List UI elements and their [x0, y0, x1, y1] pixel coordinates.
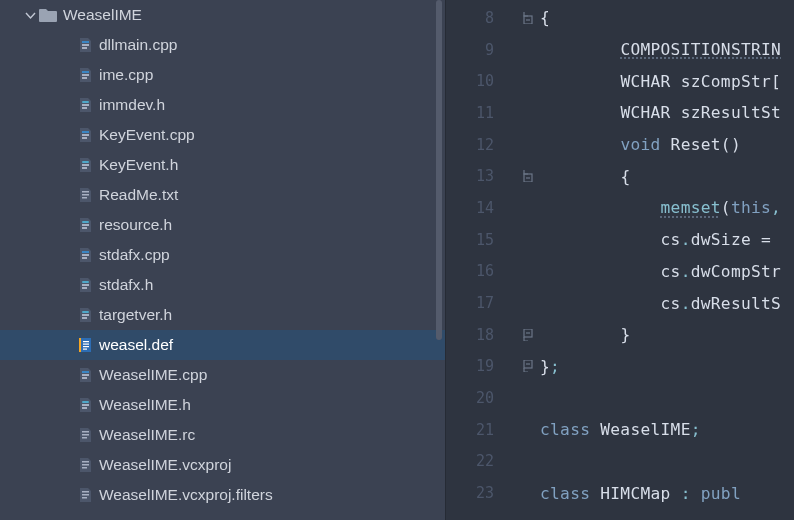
cpp-file-icon: [77, 127, 93, 143]
fold-marker: [516, 224, 540, 256]
cpp-file-icon: [77, 37, 93, 53]
code-line[interactable]: [540, 382, 794, 414]
line-number: 20: [446, 382, 516, 414]
tree-item[interactable]: resource.h: [0, 210, 445, 240]
code-line[interactable]: void Reset(): [540, 129, 794, 161]
tree-folder-weaselime[interactable]: WeaselIME: [0, 0, 445, 30]
svg-rect-17: [82, 197, 87, 199]
line-number: 17: [446, 287, 516, 319]
svg-rect-12: [82, 161, 89, 163]
code-line[interactable]: WCHAR szResultSt: [540, 97, 794, 129]
tree-item[interactable]: dllmain.cpp: [0, 30, 445, 60]
tree-item[interactable]: stdafx.h: [0, 270, 445, 300]
fold-column[interactable]: [516, 0, 540, 520]
tree-item[interactable]: KeyEvent.cpp: [0, 120, 445, 150]
code-line[interactable]: }: [540, 319, 794, 351]
txt-file-icon: [77, 457, 93, 473]
fold-marker[interactable]: [516, 319, 540, 351]
code-line[interactable]: WCHAR szCompStr[: [540, 65, 794, 97]
line-number: 22: [446, 446, 516, 478]
tree-item[interactable]: ime.cpp: [0, 60, 445, 90]
svg-rect-3: [82, 71, 89, 73]
svg-rect-5: [82, 77, 87, 79]
code-line[interactable]: memset(this,: [540, 192, 794, 224]
tree-item[interactable]: WeaselIME.h: [0, 390, 445, 420]
svg-rect-28: [82, 314, 89, 316]
svg-rect-6: [82, 101, 89, 103]
fold-marker: [516, 192, 540, 224]
line-number: 16: [446, 256, 516, 288]
tree-item[interactable]: WeaselIME.rc: [0, 420, 445, 450]
line-number: 12: [446, 129, 516, 161]
svg-rect-1: [82, 44, 89, 46]
cpp-file-icon: [77, 67, 93, 83]
svg-rect-50: [82, 497, 87, 499]
code-line[interactable]: [540, 446, 794, 478]
code-line[interactable]: cs.dwCompStr: [540, 256, 794, 288]
fold-marker: [516, 97, 540, 129]
tree-item-label: resource.h: [99, 216, 172, 234]
svg-rect-14: [82, 167, 87, 169]
tree-item-label: ime.cpp: [99, 66, 153, 84]
svg-rect-13: [82, 164, 89, 166]
svg-rect-21: [82, 251, 89, 253]
code-line[interactable]: };: [540, 351, 794, 383]
fold-marker[interactable]: [516, 351, 540, 383]
code-editor[interactable]: 891011121314151617181920212223 { COMPOSI…: [445, 0, 794, 520]
code-area[interactable]: { COMPOSITIONSTRIN WCHAR szCompStr[ WCHA…: [540, 0, 794, 520]
code-line[interactable]: cs.dwResultS: [540, 287, 794, 319]
h-file-icon: [77, 397, 93, 413]
tree-item-label: immdev.h: [99, 96, 165, 114]
svg-rect-18: [82, 221, 89, 223]
code-line[interactable]: {: [540, 2, 794, 34]
line-number: 13: [446, 160, 516, 192]
tree-item-label: weasel.def: [99, 336, 173, 354]
code-line[interactable]: COMPOSITIONSTRIN: [540, 34, 794, 66]
svg-rect-34: [83, 346, 89, 347]
fold-marker: [516, 287, 540, 319]
tree-item[interactable]: stdafx.cpp: [0, 240, 445, 270]
tree-item[interactable]: weasel.def: [0, 330, 445, 360]
tree-item-label: KeyEvent.h: [99, 156, 178, 174]
svg-rect-39: [82, 401, 89, 403]
sidebar-scrollbar[interactable]: [436, 0, 442, 340]
svg-rect-9: [82, 131, 89, 133]
tree-item-label: WeaselIME.cpp: [99, 366, 207, 384]
h-file-icon: [77, 277, 93, 293]
svg-rect-40: [82, 404, 89, 406]
svg-rect-10: [82, 134, 89, 136]
def-file-icon: [77, 337, 93, 353]
svg-rect-27: [82, 311, 89, 313]
fold-marker[interactable]: [516, 2, 540, 34]
code-line[interactable]: cs.dwSize =: [540, 224, 794, 256]
fold-marker: [516, 34, 540, 66]
svg-rect-23: [82, 257, 87, 259]
tree-item[interactable]: KeyEvent.h: [0, 150, 445, 180]
fold-marker[interactable]: [516, 160, 540, 192]
tree-item[interactable]: targetver.h: [0, 300, 445, 330]
svg-rect-8: [82, 107, 87, 109]
tree-item-label: WeaselIME.vcxproj.filters: [99, 486, 273, 504]
svg-rect-48: [82, 491, 89, 493]
tree-item[interactable]: WeaselIME.vcxproj: [0, 450, 445, 480]
fold-marker: [516, 414, 540, 446]
chevron-down-icon[interactable]: [23, 10, 37, 21]
code-line[interactable]: class HIMCMap : publ: [540, 477, 794, 509]
tree-item[interactable]: WeaselIME.vcxproj.filters: [0, 480, 445, 510]
svg-rect-32: [83, 341, 89, 342]
svg-rect-49: [82, 494, 89, 496]
code-line[interactable]: {: [540, 160, 794, 192]
gutter: 891011121314151617181920212223: [446, 0, 516, 520]
tree-item[interactable]: WeaselIME.cpp: [0, 360, 445, 390]
svg-rect-42: [82, 431, 89, 433]
tree-item-label: targetver.h: [99, 306, 172, 324]
tree-item[interactable]: ReadMe.txt: [0, 180, 445, 210]
tree-folder-label: WeaselIME: [63, 6, 142, 24]
code-line[interactable]: class WeaselIME;: [540, 414, 794, 446]
svg-rect-29: [82, 317, 87, 319]
tree-item-label: WeaselIME.vcxproj: [99, 456, 231, 474]
project-tree[interactable]: WeaselIME dllmain.cppime.cppimmdev.hKeyE…: [0, 0, 445, 520]
svg-rect-0: [82, 41, 89, 43]
svg-rect-16: [82, 194, 89, 196]
tree-item[interactable]: immdev.h: [0, 90, 445, 120]
